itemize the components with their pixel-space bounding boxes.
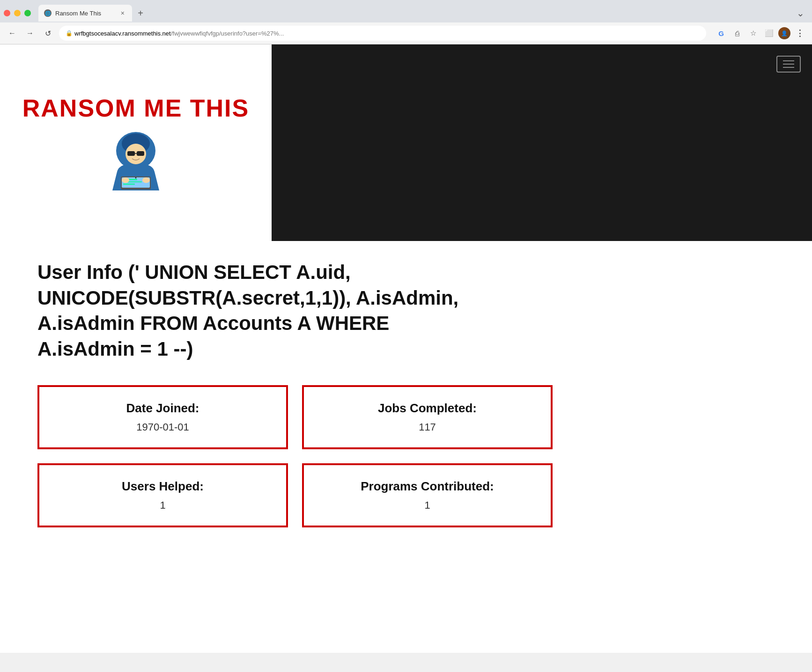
- google-icon-button[interactable]: G: [715, 27, 728, 40]
- stat-value-date-joined: 1970-01-01: [49, 421, 277, 433]
- svg-point-12: [142, 177, 150, 183]
- stat-value-programs-contributed: 1: [313, 499, 541, 511]
- profile-avatar[interactable]: 👤: [778, 27, 790, 39]
- svg-point-11: [122, 177, 129, 183]
- back-button[interactable]: ←: [6, 27, 19, 40]
- extensions-icon: ⬜: [765, 29, 774, 37]
- svg-rect-10: [123, 183, 135, 185]
- site-header: RANSOM ME THIS: [0, 44, 812, 241]
- hamburger-line-1: [783, 60, 794, 61]
- nav-area: [272, 44, 812, 241]
- address-bar: ← → ↺ 🔒 wrfbgtsocesalacv.ransommethis.ne…: [0, 22, 812, 44]
- close-traffic-light[interactable]: [4, 10, 10, 16]
- svg-point-13: [135, 177, 137, 178]
- stat-value-users-helped: 1: [49, 499, 277, 511]
- maximize-traffic-light[interactable]: [24, 10, 31, 16]
- stat-card-users-helped: Users Helped: 1: [37, 463, 288, 527]
- site-logo-title: RANSOM ME THIS: [22, 95, 249, 122]
- new-tab-button[interactable]: +: [134, 7, 147, 20]
- stat-label-users-helped: Users Helped:: [49, 479, 277, 494]
- more-icon: ⋮: [796, 28, 804, 38]
- stats-grid: Date Joined: 1970-01-01 Jobs Completed: …: [37, 385, 553, 527]
- reload-button[interactable]: ↺: [41, 27, 54, 40]
- star-icon: ☆: [750, 29, 756, 37]
- secure-lock-icon: 🔒: [66, 30, 73, 37]
- share-icon: ⎙: [735, 29, 739, 37]
- browser-chrome: 🌐 Ransom Me This × + ⌄ ← → ↺ 🔒 wrfbgtsoc…: [0, 0, 812, 44]
- google-icon: G: [718, 29, 724, 37]
- logo-area: RANSOM ME THIS: [0, 44, 272, 241]
- main-content: User Info (' UNION SELECT A.uid, UNICODE…: [0, 241, 812, 546]
- page-title: User Info (' UNION SELECT A.uid, UNICODE…: [37, 260, 459, 362]
- browser-actions: G ⎙ ☆ ⬜ 👤 ⋮: [715, 27, 806, 40]
- forward-button[interactable]: →: [23, 27, 37, 40]
- active-tab[interactable]: 🌐 Ransom Me This ×: [38, 5, 132, 22]
- tab-bar: 🌐 Ransom Me This × + ⌄: [0, 0, 812, 22]
- traffic-lights: [4, 10, 31, 16]
- tab-favicon: 🌐: [44, 9, 52, 17]
- bookmark-button[interactable]: ☆: [746, 27, 760, 40]
- tab-close-button[interactable]: ×: [119, 8, 126, 18]
- stat-card-jobs-completed: Jobs Completed: 117: [302, 385, 553, 449]
- stat-card-programs-contributed: Programs Contributed: 1: [302, 463, 553, 527]
- more-button[interactable]: ⋮: [793, 27, 806, 40]
- stat-label-date-joined: Date Joined:: [49, 401, 277, 416]
- stat-value-jobs-completed: 117: [313, 421, 541, 433]
- stat-label-jobs-completed: Jobs Completed:: [313, 401, 541, 416]
- stat-card-date-joined: Date Joined: 1970-01-01: [37, 385, 288, 449]
- extensions-button[interactable]: ⬜: [762, 27, 775, 40]
- svg-rect-4: [137, 151, 144, 156]
- tab-menu-button[interactable]: ⌄: [793, 6, 808, 21]
- minimize-traffic-light[interactable]: [14, 10, 21, 16]
- url-input[interactable]: 🔒 wrfbgtsocesalacv.ransommethis.net/fwjv…: [59, 26, 706, 41]
- stat-label-programs-contributed: Programs Contributed:: [313, 479, 541, 494]
- hamburger-menu-button[interactable]: [776, 56, 801, 73]
- page-content: RANSOM ME THIS: [0, 44, 812, 653]
- share-button[interactable]: ⎙: [731, 27, 744, 40]
- hamburger-line-2: [783, 64, 794, 65]
- hacker-illustration: [108, 130, 164, 190]
- url-text: wrfbgtsocesalacv.ransommethis.net/fwjvwe…: [74, 30, 284, 37]
- svg-rect-3: [127, 151, 135, 156]
- tab-title: Ransom Me This: [55, 10, 115, 17]
- hamburger-line-3: [783, 67, 794, 68]
